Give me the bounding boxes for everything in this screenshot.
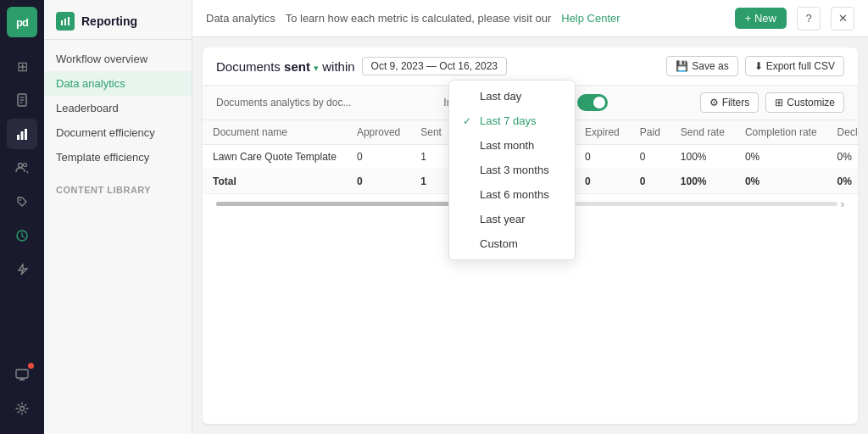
cell-approved: 0 bbox=[347, 145, 410, 170]
cell-completion-rate: 0% bbox=[735, 145, 827, 170]
svg-rect-14 bbox=[64, 19, 66, 25]
cell-paid: 0 bbox=[630, 145, 670, 170]
sidebar-nav: Workflow overview Data analytics Leaderb… bbox=[44, 40, 192, 176]
cell-total-approved: 0 bbox=[347, 170, 410, 194]
monitor-icon[interactable] bbox=[7, 359, 37, 390]
content-area: Documents sent ▾ within Oct 9, 2023 — Oc… bbox=[203, 47, 858, 424]
lightning-icon[interactable] bbox=[7, 254, 37, 285]
sidebar-item-data-analytics[interactable]: Data analytics bbox=[44, 71, 192, 96]
help-center-link[interactable]: Help Center bbox=[561, 12, 620, 25]
svg-rect-13 bbox=[61, 20, 63, 25]
dropdown-item-last-3-months[interactable]: Last 3 months bbox=[449, 158, 575, 182]
top-bar-help-text: To learn how each metric is calculated, … bbox=[286, 12, 552, 25]
icon-rail: pd ⊞ bbox=[0, 0, 44, 434]
table-header-text: Documents analytics by doc... bbox=[216, 97, 351, 108]
dropdown-item-last-day[interactable]: Last day bbox=[449, 84, 575, 108]
col-completion-rate: Completion rate bbox=[735, 120, 827, 145]
svg-rect-4 bbox=[17, 135, 19, 140]
svg-point-8 bbox=[24, 164, 27, 167]
col-sent: Sent bbox=[410, 120, 452, 145]
save-icon: 💾 bbox=[676, 60, 688, 72]
cell-send-rate: 100% bbox=[670, 145, 735, 170]
date-dropdown: Last day ✓ Last 7 days Last month Last 3… bbox=[448, 80, 576, 260]
sidebar-item-leaderboard[interactable]: Leaderboard bbox=[44, 96, 192, 120]
cell-total-paid: 0 bbox=[630, 170, 670, 194]
filter-icon: ⚙ bbox=[709, 97, 719, 108]
cell-sent: 1 bbox=[410, 145, 452, 170]
customize-icon: ⊞ bbox=[775, 97, 783, 108]
help-icon[interactable]: ? bbox=[797, 7, 821, 31]
docs-header: Documents sent ▾ within Oct 9, 2023 — Oc… bbox=[203, 47, 858, 86]
date-range-button[interactable]: Oct 9, 2023 — Oct 16, 2023 bbox=[362, 57, 507, 75]
svg-rect-6 bbox=[25, 129, 27, 140]
col-paid: Paid bbox=[630, 120, 670, 145]
cell-doc-name: Lawn Care Quote Template bbox=[203, 145, 347, 170]
scroll-thumb[interactable] bbox=[216, 202, 465, 206]
docs-title-arrow[interactable]: ▾ bbox=[314, 63, 319, 73]
cell-total-expired: 0 bbox=[575, 170, 630, 194]
reporting-icon bbox=[56, 12, 75, 31]
dropdown-item-last-year[interactable]: Last year bbox=[449, 207, 575, 231]
col-document-name: Document name bbox=[203, 120, 347, 145]
app-logo[interactable]: pd bbox=[7, 7, 37, 37]
col-approved: Approved bbox=[347, 120, 410, 145]
svg-point-9 bbox=[19, 199, 21, 201]
top-bar: Data analytics To learn how each metric … bbox=[192, 0, 868, 37]
col-expired: Expired bbox=[575, 120, 630, 145]
doc-icon[interactable] bbox=[7, 85, 37, 115]
col-declined-rate: Declined rate bbox=[827, 120, 858, 145]
tag-icon[interactable] bbox=[7, 186, 37, 217]
docs-title-prefix: Documents bbox=[216, 59, 281, 74]
content-library-section: Content Library bbox=[44, 176, 192, 198]
sidebar-title: Reporting bbox=[81, 14, 137, 28]
date-range-text: Oct 9, 2023 — Oct 16, 2023 bbox=[371, 60, 498, 72]
include-deleted-toggle[interactable] bbox=[577, 94, 608, 111]
top-bar-section-label: Data analytics bbox=[206, 12, 275, 25]
svg-rect-11 bbox=[16, 370, 28, 378]
clock-icon[interactable] bbox=[7, 220, 37, 251]
download-icon: ⬇ bbox=[754, 60, 763, 72]
filters-button[interactable]: ⚙ Filters bbox=[700, 92, 760, 113]
logo-text: pd bbox=[16, 16, 28, 29]
bar-chart-icon[interactable] bbox=[7, 119, 37, 149]
dropdown-item-last-month[interactable]: Last month bbox=[449, 133, 575, 158]
export-csv-button[interactable]: ⬇ Export full CSV bbox=[745, 56, 844, 76]
new-button[interactable]: + New bbox=[735, 8, 787, 29]
dropdown-item-last-7-days[interactable]: ✓ Last 7 days bbox=[449, 108, 575, 133]
svg-rect-5 bbox=[21, 131, 24, 140]
sidebar-item-doc-efficiency[interactable]: Document efficiency bbox=[44, 120, 192, 145]
sidebar: Reporting Workflow overview Data analyti… bbox=[44, 0, 192, 434]
grid-icon[interactable]: ⊞ bbox=[7, 51, 37, 81]
dropdown-item-custom[interactable]: Custom bbox=[449, 231, 575, 256]
customize-button[interactable]: ⊞ Customize bbox=[765, 92, 844, 113]
dropdown-item-last-6-months[interactable]: Last 6 months bbox=[449, 182, 575, 207]
cell-total-label: Total bbox=[203, 170, 347, 194]
svg-rect-15 bbox=[68, 17, 70, 25]
cell-total-send-rate: 100% bbox=[670, 170, 735, 194]
cell-declined-rate: 0% bbox=[827, 145, 858, 170]
sidebar-item-template-efficiency[interactable]: Template efficiency bbox=[44, 145, 192, 170]
close-icon[interactable]: ✕ bbox=[831, 7, 854, 31]
cell-total-declined-rate: 0% bbox=[827, 170, 858, 194]
save-as-button[interactable]: 💾 Save as bbox=[666, 56, 737, 76]
docs-title-within: within bbox=[322, 59, 354, 74]
col-send-rate: Send rate bbox=[670, 120, 735, 145]
cell-total-sent: 1 bbox=[410, 170, 452, 194]
check-last-7-days: ✓ bbox=[463, 115, 473, 127]
settings-icon[interactable] bbox=[7, 393, 37, 424]
main-content: Data analytics To learn how each metric … bbox=[192, 0, 868, 434]
sidebar-header: Reporting bbox=[44, 0, 192, 40]
svg-point-7 bbox=[19, 164, 23, 168]
cell-expired: 0 bbox=[575, 145, 630, 170]
svg-point-12 bbox=[20, 407, 25, 411]
scroll-right-arrow[interactable]: › bbox=[841, 198, 844, 210]
docs-title: Documents sent ▾ within bbox=[216, 59, 355, 74]
people-icon[interactable] bbox=[7, 153, 37, 183]
sidebar-item-workflow[interactable]: Workflow overview bbox=[44, 47, 192, 71]
docs-header-right: 💾 Save as ⬇ Export full CSV bbox=[666, 56, 844, 76]
cell-total-completion-rate: 0% bbox=[735, 170, 827, 194]
docs-title-bold: sent bbox=[284, 59, 310, 74]
